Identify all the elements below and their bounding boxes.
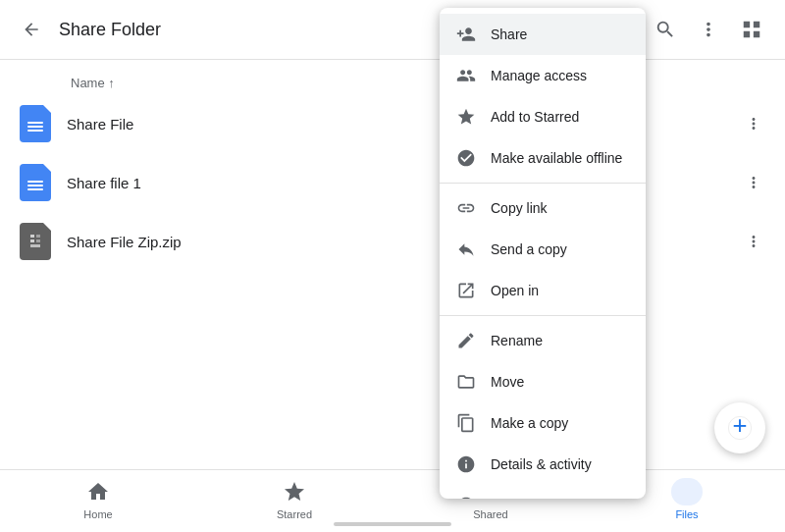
nav-item-files[interactable]: Files <box>655 478 718 520</box>
menu-item-add-starred[interactable]: Add to Starred <box>440 96 646 137</box>
menu-item-shortcut[interactable]: Add shortcut to Drive <box>440 485 646 499</box>
menu-item-open-in[interactable]: Open in <box>440 270 646 311</box>
nav-label-shared: Shared <box>473 508 507 520</box>
nav-item-starred[interactable]: Starred <box>263 478 326 520</box>
edit-icon <box>455 330 477 351</box>
menu-item-share[interactable]: Share <box>440 14 646 55</box>
menu-label-move: Move <box>491 374 524 390</box>
context-menu: Share Manage access Add to Starred <box>440 8 646 499</box>
nav-item-home[interactable]: Home <box>67 478 130 520</box>
star-icon <box>455 106 477 128</box>
nav-label-home: Home <box>83 508 112 520</box>
menu-label-rename: Rename <box>491 333 543 348</box>
menu-item-offline[interactable]: Make available offline <box>440 137 646 179</box>
menu-label-copy-link: Copy link <box>491 200 548 216</box>
nav-label-starred: Starred <box>277 508 312 520</box>
svg-rect-1 <box>36 235 40 238</box>
menu-item-send-copy[interactable]: Send a copy <box>440 229 646 270</box>
file-item[interactable]: Share file 1 <box>0 153 785 212</box>
menu-item-manage-access[interactable]: Manage access <box>440 55 646 96</box>
more-button[interactable] <box>691 12 726 47</box>
link-icon <box>455 197 477 219</box>
menu-label-send-copy: Send a copy <box>491 241 567 257</box>
header-actions <box>648 12 769 47</box>
info-icon <box>455 453 477 475</box>
svg-rect-0 <box>30 235 34 238</box>
menu-item-rename[interactable]: Rename <box>440 320 646 361</box>
svg-rect-3 <box>36 239 40 242</box>
header: Share Folder <box>0 0 785 60</box>
back-button[interactable] <box>16 14 47 45</box>
grid-view-button[interactable] <box>734 12 769 47</box>
menu-item-make-copy[interactable]: Make a copy <box>440 402 646 444</box>
move-icon <box>455 371 477 393</box>
sort-header[interactable]: Name ↑ <box>0 68 785 94</box>
menu-divider <box>440 315 646 316</box>
home-indicator <box>334 522 451 526</box>
nav-label-files: Files <box>675 508 698 520</box>
open-in-icon <box>455 280 477 301</box>
sort-label: Name ↑ <box>71 76 115 90</box>
menu-label-open-in: Open in <box>491 283 539 298</box>
files-icon <box>671 478 703 505</box>
svg-rect-4 <box>30 244 40 247</box>
shortcut-icon <box>455 495 477 499</box>
file-item[interactable]: Share File Zip.zip <box>0 212 785 271</box>
file-item[interactable]: Share File <box>0 94 785 153</box>
file-list: Name ↑ Share File <box>0 60 785 279</box>
person-add-icon <box>455 24 477 45</box>
fab-button[interactable]: + <box>714 402 765 453</box>
menu-label-share: Share <box>491 27 527 42</box>
file-more-button[interactable] <box>738 167 769 198</box>
file-icon-doc <box>16 104 55 143</box>
menu-label-offline: Make available offline <box>491 150 622 166</box>
file-more-button[interactable] <box>738 108 769 139</box>
file-icon-zip <box>16 222 55 261</box>
home-icon <box>84 478 112 505</box>
menu-item-move[interactable]: Move <box>440 361 646 402</box>
file-more-button[interactable] <box>738 226 769 257</box>
starred-icon <box>281 478 308 505</box>
menu-divider <box>440 183 646 184</box>
reply-icon <box>455 239 477 260</box>
check-circle-icon <box>455 147 477 169</box>
menu-label-shortcut: Add shortcut to Drive <box>491 498 619 499</box>
svg-rect-2 <box>30 239 34 242</box>
people-icon <box>455 65 477 86</box>
menu-label-manage-access: Manage access <box>491 68 587 83</box>
menu-label-details: Details & activity <box>491 456 592 472</box>
menu-label-add-starred: Add to Starred <box>491 109 579 125</box>
file-icon-doc <box>16 163 55 202</box>
menu-label-make-copy: Make a copy <box>491 415 568 431</box>
search-button[interactable] <box>648 12 683 47</box>
svg-text:+: + <box>733 414 748 439</box>
menu-item-copy-link[interactable]: Copy link <box>440 187 646 229</box>
menu-item-details[interactable]: Details & activity <box>440 444 646 485</box>
copy-icon <box>455 412 477 434</box>
